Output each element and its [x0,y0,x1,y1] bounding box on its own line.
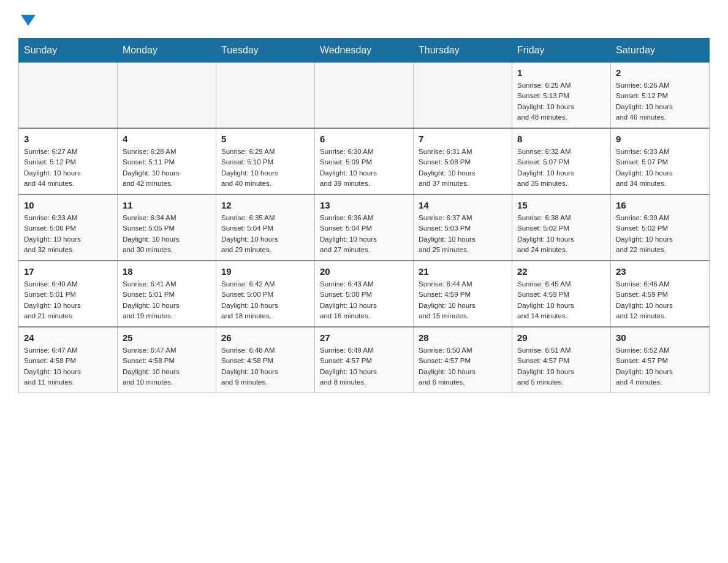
day-number: 6 [320,134,408,144]
day-info: Sunrise: 6:27 AM Sunset: 5:12 PM Dayligh… [24,147,112,189]
calendar-cell: 11Sunrise: 6:34 AM Sunset: 5:05 PM Dayli… [118,194,216,261]
day-info: Sunrise: 6:25 AM Sunset: 5:13 PM Dayligh… [517,80,605,123]
day-info: Sunrise: 6:47 AM Sunset: 4:58 PM Dayligh… [24,345,112,388]
day-number: 3 [24,134,112,144]
calendar-cell: 6Sunrise: 6:30 AM Sunset: 5:09 PM Daylig… [315,128,414,194]
calendar-cell: 4Sunrise: 6:28 AM Sunset: 5:11 PM Daylig… [118,128,216,194]
day-number: 14 [419,200,507,210]
day-info: Sunrise: 6:41 AM Sunset: 5:01 PM Dayligh… [123,279,211,321]
calendar-cell: 17Sunrise: 6:40 AM Sunset: 5:01 PM Dayli… [19,261,118,327]
day-header-wednesday: Wednesday [315,39,414,63]
calendar-cell: 25Sunrise: 6:47 AM Sunset: 4:58 PM Dayli… [118,327,216,393]
day-info: Sunrise: 6:47 AM Sunset: 4:58 PM Dayligh… [123,345,211,388]
day-info: Sunrise: 6:50 AM Sunset: 4:57 PM Dayligh… [419,345,507,388]
calendar-cell [118,63,216,129]
day-number: 4 [123,134,211,144]
day-info: Sunrise: 6:31 AM Sunset: 5:08 PM Dayligh… [419,147,507,189]
day-info: Sunrise: 6:46 AM Sunset: 4:59 PM Dayligh… [616,279,704,321]
day-info: Sunrise: 6:28 AM Sunset: 5:11 PM Dayligh… [123,147,211,189]
day-number: 17 [24,266,112,277]
calendar-cell: 22Sunrise: 6:45 AM Sunset: 4:59 PM Dayli… [512,261,611,327]
day-number: 27 [320,332,408,343]
logo-triangle-icon [21,15,36,26]
calendar-cell: 20Sunrise: 6:43 AM Sunset: 5:00 PM Dayli… [315,261,414,327]
day-number: 11 [123,200,211,210]
calendar-cell: 16Sunrise: 6:39 AM Sunset: 5:02 PM Dayli… [611,194,710,261]
calendar-cell: 8Sunrise: 6:32 AM Sunset: 5:07 PM Daylig… [512,128,611,194]
calendar-cell [315,63,414,129]
day-number: 1 [517,67,605,78]
calendar-week-row: 24Sunrise: 6:47 AM Sunset: 4:58 PM Dayli… [19,327,710,393]
day-number: 21 [419,266,507,277]
day-info: Sunrise: 6:29 AM Sunset: 5:10 PM Dayligh… [221,147,309,189]
day-number: 10 [24,200,112,210]
day-header-saturday: Saturday [611,39,710,63]
calendar-cell [216,63,315,129]
day-header-thursday: Thursday [414,39,512,63]
day-info: Sunrise: 6:40 AM Sunset: 5:01 PM Dayligh… [24,279,112,321]
day-number: 16 [616,200,704,210]
calendar-cell: 26Sunrise: 6:48 AM Sunset: 4:58 PM Dayli… [216,327,315,393]
calendar-cell: 14Sunrise: 6:37 AM Sunset: 5:03 PM Dayli… [414,194,512,261]
day-number: 29 [517,332,605,343]
day-info: Sunrise: 6:32 AM Sunset: 5:07 PM Dayligh… [517,147,605,189]
calendar-cell: 13Sunrise: 6:36 AM Sunset: 5:04 PM Dayli… [315,194,414,261]
day-info: Sunrise: 6:37 AM Sunset: 5:03 PM Dayligh… [419,213,507,255]
calendar-header-row: SundayMondayTuesdayWednesdayThursdayFrid… [19,39,710,63]
day-info: Sunrise: 6:35 AM Sunset: 5:04 PM Dayligh… [221,213,309,255]
day-info: Sunrise: 6:33 AM Sunset: 5:06 PM Dayligh… [24,213,112,255]
calendar-week-row: 1Sunrise: 6:25 AM Sunset: 5:13 PM Daylig… [19,63,710,129]
calendar-cell: 2Sunrise: 6:26 AM Sunset: 5:12 PM Daylig… [611,63,710,129]
day-number: 9 [616,134,704,144]
day-number: 18 [123,266,211,277]
day-number: 15 [517,200,605,210]
page-header [18,12,710,26]
calendar-cell: 19Sunrise: 6:42 AM Sunset: 5:00 PM Dayli… [216,261,315,327]
day-info: Sunrise: 6:26 AM Sunset: 5:12 PM Dayligh… [616,80,704,123]
day-number: 2 [616,67,704,78]
calendar-cell: 3Sunrise: 6:27 AM Sunset: 5:12 PM Daylig… [19,128,118,194]
day-info: Sunrise: 6:49 AM Sunset: 4:57 PM Dayligh… [320,345,408,388]
calendar-cell: 1Sunrise: 6:25 AM Sunset: 5:13 PM Daylig… [512,63,611,129]
calendar-week-row: 17Sunrise: 6:40 AM Sunset: 5:01 PM Dayli… [19,261,710,327]
logo-top [18,12,36,26]
day-number: 23 [616,266,704,277]
day-number: 19 [221,266,309,277]
calendar-cell: 27Sunrise: 6:49 AM Sunset: 4:57 PM Dayli… [315,327,414,393]
day-header-monday: Monday [118,39,216,63]
day-header-sunday: Sunday [19,39,118,63]
day-number: 7 [419,134,507,144]
day-number: 20 [320,266,408,277]
day-header-tuesday: Tuesday [216,39,315,63]
calendar-cell: 9Sunrise: 6:33 AM Sunset: 5:07 PM Daylig… [611,128,710,194]
calendar-cell: 28Sunrise: 6:50 AM Sunset: 4:57 PM Dayli… [414,327,512,393]
day-info: Sunrise: 6:44 AM Sunset: 4:59 PM Dayligh… [419,279,507,321]
logo [18,12,36,26]
calendar-cell: 12Sunrise: 6:35 AM Sunset: 5:04 PM Dayli… [216,194,315,261]
day-number: 13 [320,200,408,210]
calendar-week-row: 3Sunrise: 6:27 AM Sunset: 5:12 PM Daylig… [19,128,710,194]
day-number: 25 [123,332,211,343]
day-info: Sunrise: 6:52 AM Sunset: 4:57 PM Dayligh… [616,345,704,388]
calendar-cell: 7Sunrise: 6:31 AM Sunset: 5:08 PM Daylig… [414,128,512,194]
day-info: Sunrise: 6:43 AM Sunset: 5:00 PM Dayligh… [320,279,408,321]
day-number: 8 [517,134,605,144]
calendar-cell: 5Sunrise: 6:29 AM Sunset: 5:10 PM Daylig… [216,128,315,194]
calendar-cell: 10Sunrise: 6:33 AM Sunset: 5:06 PM Dayli… [19,194,118,261]
day-info: Sunrise: 6:34 AM Sunset: 5:05 PM Dayligh… [123,213,211,255]
day-number: 30 [616,332,704,343]
day-info: Sunrise: 6:48 AM Sunset: 4:58 PM Dayligh… [221,345,309,388]
calendar-cell: 21Sunrise: 6:44 AM Sunset: 4:59 PM Dayli… [414,261,512,327]
calendar-cell: 24Sunrise: 6:47 AM Sunset: 4:58 PM Dayli… [19,327,118,393]
calendar-cell [19,63,118,129]
calendar-cell: 23Sunrise: 6:46 AM Sunset: 4:59 PM Dayli… [611,261,710,327]
day-number: 24 [24,332,112,343]
day-number: 26 [221,332,309,343]
day-info: Sunrise: 6:39 AM Sunset: 5:02 PM Dayligh… [616,213,704,255]
day-header-friday: Friday [512,39,611,63]
day-number: 22 [517,266,605,277]
day-info: Sunrise: 6:51 AM Sunset: 4:57 PM Dayligh… [517,345,605,388]
calendar-cell: 29Sunrise: 6:51 AM Sunset: 4:57 PM Dayli… [512,327,611,393]
calendar-table: SundayMondayTuesdayWednesdayThursdayFrid… [18,38,710,393]
day-info: Sunrise: 6:30 AM Sunset: 5:09 PM Dayligh… [320,147,408,189]
